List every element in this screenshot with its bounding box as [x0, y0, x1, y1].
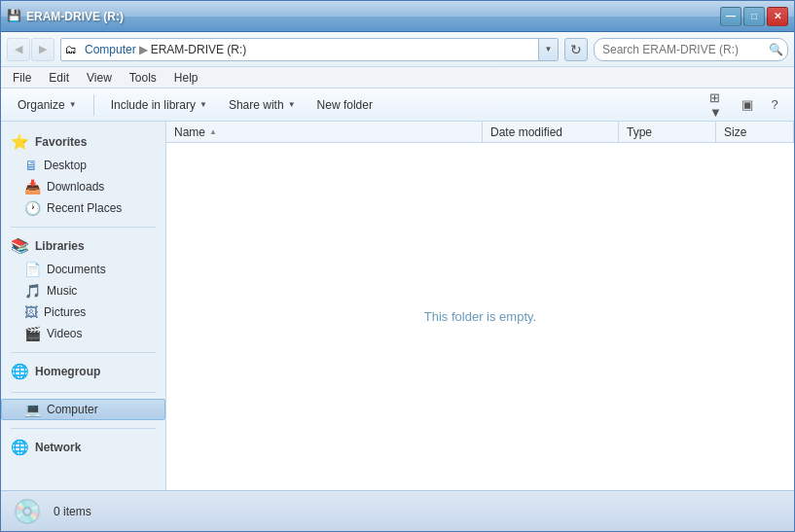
sidebar-section-title-homegroup[interactable]: 🌐 Homegroup	[1, 359, 165, 384]
refresh-button[interactable]: ↻	[564, 38, 588, 61]
sidebar-item-documents[interactable]: 📄 Documents	[1, 259, 165, 280]
sidebar-item-desktop[interactable]: 🖥 Desktop	[1, 155, 165, 176]
include-in-library-button[interactable]: Include in library ▼	[102, 94, 216, 116]
favorites-label: Favorites	[35, 135, 87, 149]
status-text: 0 items	[54, 505, 91, 518]
organize-arrow: ▼	[69, 100, 77, 109]
recent-places-label: Recent Places	[47, 201, 122, 215]
menu-help[interactable]: Help	[166, 69, 206, 87]
include-label: Include in library	[111, 98, 196, 112]
menu-file[interactable]: File	[5, 69, 39, 87]
column-type[interactable]: Type	[619, 122, 716, 142]
name-sort-arrow: ▲	[209, 127, 217, 136]
include-arrow: ▼	[199, 100, 207, 109]
address-separator: ▶	[139, 43, 148, 56]
sidebar-section-title-favorites[interactable]: ⭐ Favorites	[1, 129, 165, 155]
sidebar-divider-4	[11, 428, 156, 429]
sidebar-item-downloads[interactable]: 📥 Downloads	[1, 176, 165, 197]
computer-label: Computer	[47, 403, 98, 416]
documents-label: Documents	[47, 263, 106, 276]
sidebar-section-computer: 💻 Computer	[1, 399, 165, 420]
share-with-button[interactable]: Share with ▼	[220, 94, 305, 116]
share-arrow: ▼	[288, 100, 296, 109]
menu-view[interactable]: View	[79, 69, 120, 87]
maximize-button[interactable]: □	[743, 7, 765, 26]
libraries-label: Libraries	[35, 239, 85, 253]
window: 💾 ERAM-DRIVE (R:) — □ ✕ ◀ ▶ 🗂 Computer ▶…	[0, 0, 795, 532]
close-button[interactable]: ✕	[767, 7, 788, 26]
videos-label: Videos	[47, 327, 82, 340]
toolbar-separator-1	[93, 94, 94, 116]
downloads-icon: 📥	[24, 179, 41, 195]
sidebar-section-title-network[interactable]: 🌐 Network	[1, 435, 165, 460]
status-bar: 💿 0 items	[1, 490, 794, 531]
address-crumb-drive[interactable]: ERAM-DRIVE (R:)	[151, 43, 247, 56]
column-header: Name ▲ Date modified Type Size	[166, 122, 794, 143]
minimize-button[interactable]: —	[720, 7, 741, 26]
homegroup-label: Homegroup	[35, 365, 100, 378]
sidebar-divider-3	[11, 392, 156, 393]
forward-button[interactable]: ▶	[31, 38, 54, 61]
file-content-area: This folder is empty.	[166, 143, 794, 490]
star-icon: ⭐	[11, 133, 29, 151]
recent-icon: 🕐	[24, 200, 41, 216]
column-name[interactable]: Name ▲	[166, 122, 483, 142]
menu-bar: File Edit View Tools Help	[1, 67, 794, 89]
share-label: Share with	[229, 98, 284, 112]
title-bar-text: ERAM-DRIVE (R:)	[26, 10, 124, 23]
address-crumb-computer[interactable]: Computer	[85, 43, 136, 56]
address-bar[interactable]: 🗂 Computer ▶ ERAM-DRIVE (R:) ▼	[60, 38, 559, 61]
sidebar-section-favorites: ⭐ Favorites 🖥 Desktop 📥 Downloads 🕐 Rece…	[1, 129, 165, 219]
organize-button[interactable]: Organize ▼	[9, 94, 86, 116]
network-icon: 🌐	[11, 439, 29, 456]
toolbar-right: ⊞ ▼ ▣ ?	[708, 93, 786, 117]
library-icon: 📚	[11, 237, 29, 255]
address-dropdown-button[interactable]: ▼	[538, 39, 558, 60]
title-bar-left: 💾 ERAM-DRIVE (R:)	[7, 9, 720, 24]
search-input[interactable]	[595, 43, 764, 56]
sidebar-item-pictures[interactable]: 🖼 Pictures	[1, 301, 165, 323]
menu-tools[interactable]: Tools	[122, 69, 164, 87]
homegroup-icon: 🌐	[11, 363, 29, 380]
organize-label: Organize	[18, 98, 65, 112]
music-label: Music	[47, 284, 77, 298]
search-bar[interactable]: 🔍	[594, 38, 788, 61]
address-bar-icon: 🗂	[61, 43, 81, 56]
network-label: Network	[35, 441, 81, 454]
back-button[interactable]: ◀	[7, 38, 30, 61]
address-path: Computer ▶ ERAM-DRIVE (R:)	[81, 43, 538, 56]
pane-button[interactable]: ▣	[736, 93, 759, 117]
sidebar-item-videos[interactable]: 🎬 Videos	[1, 323, 165, 344]
column-date-modified[interactable]: Date modified	[483, 122, 619, 142]
content-area: ⭐ Favorites 🖥 Desktop 📥 Downloads 🕐 Rece…	[1, 122, 794, 490]
documents-icon: 📄	[24, 262, 41, 277]
empty-folder-message: This folder is empty.	[424, 309, 536, 324]
column-size[interactable]: Size	[716, 122, 794, 142]
nav-bar: ◀ ▶ 🗂 Computer ▶ ERAM-DRIVE (R:) ▼ ↻ 🔍	[1, 32, 794, 67]
videos-icon: 🎬	[24, 326, 41, 341]
nav-arrows: ◀ ▶	[7, 38, 54, 61]
pictures-label: Pictures	[44, 305, 86, 319]
menu-edit[interactable]: Edit	[41, 69, 77, 87]
help-button[interactable]: ?	[763, 93, 786, 117]
sidebar-item-recent-places[interactable]: 🕐 Recent Places	[1, 197, 165, 219]
title-bar-drive-icon: 💾	[7, 9, 22, 24]
new-folder-button[interactable]: New folder	[308, 94, 381, 116]
sidebar-item-computer[interactable]: 💻 Computer	[1, 399, 165, 420]
sidebar-section-title-libraries[interactable]: 📚 Libraries	[1, 233, 165, 259]
view-dropdown-button[interactable]: ⊞ ▼	[708, 93, 732, 117]
search-icon[interactable]: 🔍	[764, 39, 787, 60]
sidebar-item-music[interactable]: 🎵 Music	[1, 280, 165, 301]
desktop-icon: 🖥	[24, 158, 38, 173]
desktop-label: Desktop	[44, 159, 87, 172]
sidebar-section-homegroup: 🌐 Homegroup	[1, 359, 165, 384]
status-drive-icon: 💿	[13, 498, 42, 525]
file-pane: Name ▲ Date modified Type Size This fold…	[166, 122, 794, 490]
toolbar: Organize ▼ Include in library ▼ Share wi…	[1, 89, 794, 122]
sidebar-divider-1	[11, 227, 156, 228]
pictures-icon: 🖼	[24, 304, 38, 320]
sidebar-divider-2	[11, 352, 156, 353]
sidebar-section-libraries: 📚 Libraries 📄 Documents 🎵 Music 🖼 Pictur…	[1, 233, 165, 344]
computer-icon: 💻	[24, 402, 41, 417]
window-controls: — □ ✕	[720, 7, 788, 26]
